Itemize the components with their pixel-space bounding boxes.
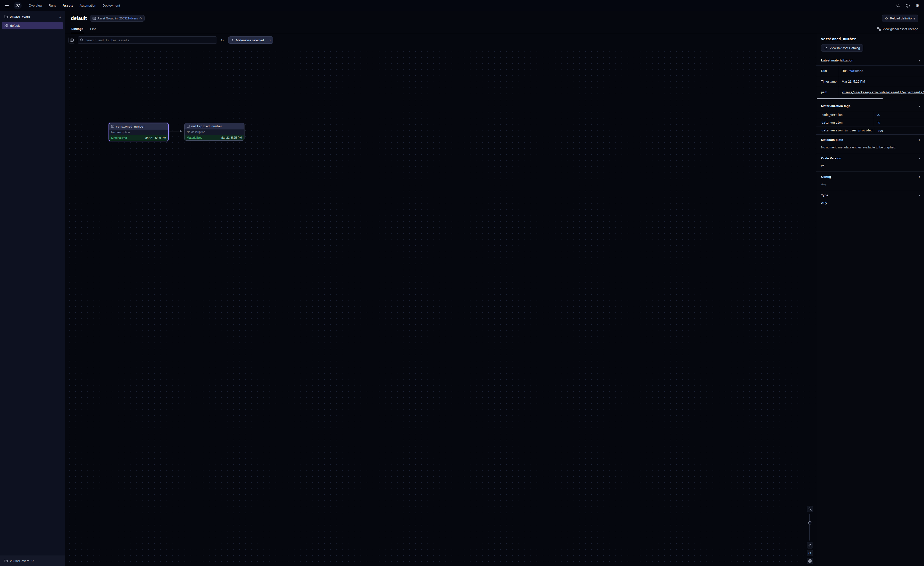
top-nav: Overview Runs Assets Automation Deployme… xyxy=(0,0,924,11)
asset-node-name: versioned_number xyxy=(116,125,145,128)
menu-icon[interactable] xyxy=(3,2,10,9)
chevron-down-icon: ▾ xyxy=(919,157,920,160)
code-version-value: v5 xyxy=(816,163,924,172)
table-icon xyxy=(93,17,96,20)
topnav-actions: ⚙ xyxy=(895,2,921,9)
sidebar-group-row[interactable]: 250321-dvers 1 xyxy=(0,11,65,22)
reload-icon: ⟳ xyxy=(885,17,888,20)
reload-definitions-button[interactable]: ⟳ Reload definitions xyxy=(882,15,918,22)
collapse-panel-button[interactable] xyxy=(69,37,75,44)
type-value: Any xyxy=(816,200,924,210)
asset-sidebar: 250321-dvers 1 default 250321-dvers ⟳ xyxy=(0,11,65,566)
section-latest-materialization[interactable]: Latest materialization ▾ xyxy=(816,55,924,65)
sidebar-item-default[interactable]: default xyxy=(2,22,63,29)
tag-value: 20 xyxy=(873,119,924,126)
sidebar-group-label: 250321-dvers xyxy=(10,15,30,19)
materialized-status: Materialized xyxy=(111,136,127,140)
table-row: code_version v5 xyxy=(816,111,924,119)
sidebar-footer[interactable]: 250321-dvers ⟳ xyxy=(0,555,65,566)
table-row: Run Run c9a40434 xyxy=(816,65,924,76)
zoom-out-button[interactable] xyxy=(807,542,813,548)
nav-automation[interactable]: Automation xyxy=(80,4,96,7)
page-title: default xyxy=(71,15,87,21)
tab-list[interactable]: List xyxy=(90,25,96,33)
row-key: Run xyxy=(816,66,838,76)
badge-prefix: Asset Group in xyxy=(98,17,118,20)
asset-title: versioned_number xyxy=(821,37,919,41)
materialize-selected-button[interactable]: Materialize selected ▾ xyxy=(228,36,273,44)
feedback-button[interactable] xyxy=(807,558,813,564)
config-value: Any xyxy=(816,182,924,190)
table-row: Timestamp Mar 21, 5:29 PM xyxy=(816,76,924,87)
help-icon[interactable] xyxy=(904,2,911,9)
primary-nav: Overview Runs Assets Automation Deployme… xyxy=(28,4,120,7)
chevron-down-icon: ▾ xyxy=(919,175,920,179)
row-value: Mar 21, 5:29 PM xyxy=(838,76,924,87)
sidebar-item-label: default xyxy=(10,24,20,27)
chevron-down-icon: ▾ xyxy=(919,59,920,62)
panel-toggle-icon xyxy=(70,38,74,42)
nav-runs[interactable]: Runs xyxy=(48,4,56,7)
lineage-toolbar: ⟳ Materialize selected ▾ xyxy=(65,33,816,47)
search-icon[interactable] xyxy=(895,2,901,9)
row-value: /Users/smackesey/stm/code/elementl/exper… xyxy=(838,87,924,98)
zoom-out-icon xyxy=(808,543,812,547)
zoom-slider-handle[interactable] xyxy=(808,521,812,524)
table-row: path /Users/smackesey/stm/code/elementl/… xyxy=(816,87,924,98)
zoom-in-button[interactable] xyxy=(807,506,813,512)
folder-icon xyxy=(4,559,8,563)
tag-key: data_version xyxy=(816,119,873,126)
table-row: data_version 20 xyxy=(816,119,924,126)
table-icon xyxy=(187,125,190,128)
tag-value: v5 xyxy=(873,111,924,119)
chevron-down-icon: ▾ xyxy=(919,194,920,197)
badge-group-link[interactable]: 250321-dvers xyxy=(119,17,138,20)
path-link[interactable]: /Users/smackesey/stm/code/elementl/exper… xyxy=(842,90,924,94)
asset-group-icon xyxy=(4,24,8,27)
latest-materialization-table: Run Run c9a40434 Timestamp Mar 21, 5:29 … xyxy=(816,65,924,98)
asset-node-description: No description xyxy=(184,129,244,135)
row-key: path xyxy=(816,87,838,98)
zoom-slider[interactable] xyxy=(807,513,813,541)
bolt-icon xyxy=(231,38,234,42)
section-type[interactable]: Type ▾ xyxy=(816,190,924,200)
refresh-icon[interactable]: ⟳ xyxy=(32,559,34,563)
asset-node-description: No description xyxy=(109,129,168,135)
asset-node-versioned-number[interactable]: versioned_number No description Material… xyxy=(108,123,169,141)
asset-node-multiplied-number[interactable]: multiplied_number No description Materia… xyxy=(184,123,244,141)
tag-value: true xyxy=(874,127,924,134)
nav-overview[interactable]: Overview xyxy=(28,4,42,7)
page-header: default Asset Group in 250321-dvers ⟳ xyxy=(65,11,924,33)
dagster-logo[interactable] xyxy=(14,2,22,10)
app-root: Overview Runs Assets Automation Deployme… xyxy=(0,0,924,566)
row-key: Timestamp xyxy=(816,76,838,87)
section-metadata-plots[interactable]: Metadata plots ▾ xyxy=(816,135,924,145)
materialized-timestamp: Mar 21, 5:29 PM xyxy=(144,136,166,140)
view-global-lineage-link[interactable]: View global asset lineage xyxy=(877,27,918,33)
section-materialization-tags[interactable]: Materialization tags ▾ xyxy=(816,101,924,111)
lineage-canvas[interactable]: versioned_number No description Material… xyxy=(65,47,816,566)
run-link[interactable]: c9a40434 xyxy=(848,69,864,73)
materialization-tags-table: code_version v5 data_version 20 data_ver… xyxy=(816,111,924,135)
horizontal-scrollbar[interactable] xyxy=(817,98,883,99)
graph-settings-button[interactable]: ⚙ xyxy=(807,550,813,556)
gear-icon[interactable]: ⚙ xyxy=(914,2,921,9)
asset-details-panel: versioned_number View in Asset Catalog L… xyxy=(816,33,924,566)
section-code-version[interactable]: Code Version ▾ xyxy=(816,153,924,163)
edge-layer xyxy=(65,47,816,566)
sidebar-footer-label: 250321-dvers xyxy=(10,559,29,563)
nav-deployment[interactable]: Deployment xyxy=(102,4,120,7)
metadata-plots-empty-text: No numeric metadata entries available to… xyxy=(816,145,924,153)
materialize-dropdown-chevron[interactable]: ▾ xyxy=(267,37,273,44)
refresh-graph-button[interactable]: ⟳ xyxy=(219,37,226,43)
asset-node-name: multiplied_number xyxy=(191,124,222,128)
tag-key: code_version xyxy=(816,111,873,119)
search-input[interactable] xyxy=(78,36,217,44)
nav-assets[interactable]: Assets xyxy=(63,4,74,7)
table-icon xyxy=(111,125,114,128)
tab-lineage[interactable]: Lineage xyxy=(71,25,84,33)
external-link-icon xyxy=(824,47,828,50)
section-config[interactable]: Config ▾ xyxy=(816,172,924,182)
view-in-catalog-button[interactable]: View in Asset Catalog xyxy=(821,44,863,52)
refresh-icon[interactable]: ⟳ xyxy=(140,17,142,20)
